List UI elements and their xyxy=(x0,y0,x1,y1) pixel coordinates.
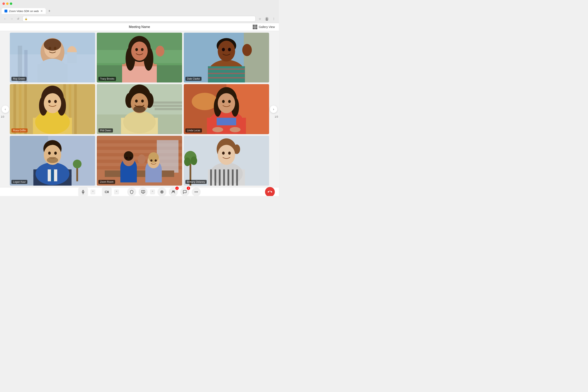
svg-rect-155 xyxy=(105,191,108,193)
traffic-lights[interactable] xyxy=(2,2,12,5)
close-button[interactable] xyxy=(2,2,5,5)
svg-rect-119 xyxy=(120,167,137,182)
refresh-button[interactable]: ↺ xyxy=(16,16,21,22)
participant-name: Phil Owen xyxy=(98,128,113,132)
page-indicator-left: 1/3 xyxy=(1,115,4,118)
back-button[interactable]: ← xyxy=(2,16,8,22)
svg-point-89 xyxy=(218,93,235,113)
chat-badge: 2 xyxy=(187,186,190,190)
svg-point-27 xyxy=(131,42,148,61)
video-button[interactable] xyxy=(102,188,112,196)
svg-point-90 xyxy=(222,100,225,103)
svg-rect-39 xyxy=(208,77,245,78)
svg-point-136 xyxy=(191,156,197,165)
record-icon xyxy=(160,190,164,194)
svg-point-122 xyxy=(126,157,128,159)
video-options-button[interactable]: ⌃ xyxy=(114,190,119,194)
svg-rect-67 xyxy=(154,108,182,110)
svg-point-151 xyxy=(228,152,231,154)
video-tile: Brittany Delaney xyxy=(184,136,269,186)
svg-rect-12 xyxy=(37,64,68,82)
share-button[interactable] xyxy=(139,188,148,196)
participants-badge: 2 xyxy=(176,186,179,190)
svg-rect-47 xyxy=(14,84,16,134)
security-button[interactable] xyxy=(127,188,136,196)
svg-point-29 xyxy=(141,48,144,51)
meeting-header: Meeting Name Gallery View xyxy=(0,23,279,31)
svg-point-123 xyxy=(130,157,132,159)
svg-point-160 xyxy=(172,191,173,192)
lock-icon: 🔒 xyxy=(25,18,28,20)
profile-button[interactable] xyxy=(264,16,270,22)
fullscreen-button[interactable] xyxy=(10,2,12,5)
svg-rect-152 xyxy=(83,190,84,192)
mic-options-button[interactable]: ⌃ xyxy=(90,190,95,194)
svg-rect-140 xyxy=(210,169,212,186)
participant-name: Logan Kaur xyxy=(12,180,27,184)
svg-point-106 xyxy=(47,157,58,163)
gallery-view-button[interactable]: Gallery View xyxy=(253,25,275,29)
svg-point-70 xyxy=(123,111,156,133)
toolbar: ⌃ ⌃ xyxy=(0,187,279,196)
security-icon xyxy=(130,190,134,194)
participant-name: Brittany Delaney xyxy=(186,180,206,184)
participants-icon xyxy=(171,190,176,194)
video-tile: Tracy Brooks xyxy=(97,33,182,82)
new-tab-button[interactable]: + xyxy=(46,8,52,14)
svg-point-162 xyxy=(195,192,196,192)
video-icon xyxy=(105,190,109,194)
svg-point-77 xyxy=(141,100,144,103)
participant-name: Roy Green xyxy=(12,77,26,81)
gallery-view-label: Gallery View xyxy=(259,25,275,28)
tab-close-button[interactable]: ✕ xyxy=(40,10,43,13)
svg-point-15 xyxy=(48,47,51,50)
svg-point-98 xyxy=(73,160,82,168)
tab-title: Zoom Video SDK on web xyxy=(9,10,39,13)
page-indicator-right: 1/3 xyxy=(274,115,278,118)
svg-rect-144 xyxy=(228,169,229,186)
svg-point-161 xyxy=(174,191,174,192)
svg-point-60 xyxy=(48,100,51,103)
more-button[interactable] xyxy=(192,188,201,196)
next-page-button[interactable]: › xyxy=(270,106,277,113)
mic-button[interactable] xyxy=(78,188,88,196)
participant-name: Linda Lucas xyxy=(186,128,202,132)
svg-point-159 xyxy=(162,192,162,192)
svg-rect-37 xyxy=(208,68,245,70)
active-tab[interactable]: Zoom Video SDK on web ✕ xyxy=(2,8,46,14)
chat-button[interactable]: 2 xyxy=(180,188,189,196)
share-icon xyxy=(141,190,145,194)
svg-rect-146 xyxy=(236,169,238,186)
prev-page-button[interactable]: ‹ xyxy=(2,106,9,113)
svg-point-75 xyxy=(133,106,145,113)
svg-rect-49 xyxy=(24,84,27,134)
menu-button[interactable]: ⋮ xyxy=(271,16,276,22)
svg-rect-117 xyxy=(105,170,174,177)
minimize-button[interactable] xyxy=(6,2,8,5)
svg-point-92 xyxy=(212,127,223,132)
svg-point-130 xyxy=(154,159,157,162)
svg-point-124 xyxy=(138,154,146,164)
participant-name: Dale Clarke xyxy=(186,77,202,81)
svg-point-30 xyxy=(156,46,164,56)
svg-rect-141 xyxy=(214,169,216,186)
end-call-button[interactable] xyxy=(265,187,275,196)
svg-point-93 xyxy=(230,127,240,132)
svg-rect-145 xyxy=(232,169,234,186)
share-options-button[interactable]: ⌃ xyxy=(150,190,155,194)
svg-point-81 xyxy=(192,93,218,110)
svg-point-150 xyxy=(222,152,225,154)
participants-button[interactable]: 2 xyxy=(169,188,178,196)
chat-icon xyxy=(183,190,187,194)
video-tile: Phil Owen xyxy=(97,84,182,134)
url-bar[interactable]: 🔒 xyxy=(22,16,256,22)
forward-button[interactable]: → xyxy=(9,16,14,22)
tab-favicon xyxy=(4,10,7,12)
record-button[interactable] xyxy=(158,188,166,196)
svg-point-61 xyxy=(54,100,57,103)
bookmark-button[interactable]: ☆ xyxy=(257,16,262,22)
svg-point-1 xyxy=(266,18,268,19)
svg-point-55 xyxy=(35,110,70,134)
video-tile: Roy Green xyxy=(10,33,95,82)
svg-rect-23 xyxy=(122,66,157,83)
